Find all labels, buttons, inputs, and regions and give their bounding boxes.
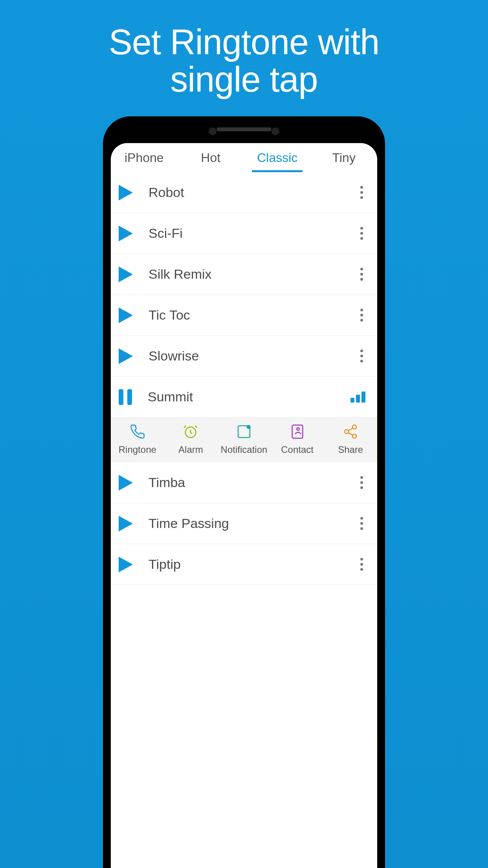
- more-icon[interactable]: [358, 558, 365, 571]
- action-label: Contact: [281, 444, 314, 455]
- contact-icon: [289, 423, 306, 440]
- tab-classic[interactable]: Classic: [244, 143, 311, 172]
- action-alarm[interactable]: Alarm: [164, 423, 218, 455]
- more-icon[interactable]: [358, 517, 365, 530]
- hero-title: Set Ringtone with single tap: [0, 24, 488, 98]
- list-item[interactable]: Silk Remix: [111, 254, 377, 295]
- play-icon[interactable]: [119, 185, 133, 200]
- pause-icon[interactable]: [119, 389, 132, 405]
- list-item[interactable]: Tic Toc: [111, 295, 377, 336]
- action-notification[interactable]: Notification: [217, 423, 271, 455]
- track-title: Tiptip: [149, 557, 342, 572]
- list-item[interactable]: Timba: [111, 462, 377, 503]
- svg-rect-5: [292, 425, 303, 438]
- track-title: Sci-Fi: [149, 226, 342, 241]
- play-icon[interactable]: [119, 557, 133, 572]
- more-icon[interactable]: [358, 186, 365, 199]
- ringtone-list: Robot Sci-Fi Silk Remix: [111, 172, 377, 585]
- action-label: Alarm: [178, 444, 203, 455]
- phone-icon: [129, 423, 146, 440]
- more-icon[interactable]: [358, 309, 365, 322]
- track-title: Time Passing: [149, 516, 342, 531]
- more-icon[interactable]: [358, 268, 365, 281]
- list-item[interactable]: Tiptip: [111, 544, 377, 585]
- list-item[interactable]: Slowrise: [111, 336, 377, 377]
- hero-line2: single tap: [170, 60, 317, 99]
- tab-tiny[interactable]: Tiny: [311, 143, 378, 172]
- list-item-playing[interactable]: Summit: [111, 377, 377, 417]
- notification-icon: [235, 423, 253, 440]
- svg-point-8: [352, 434, 356, 438]
- play-icon[interactable]: [119, 475, 133, 491]
- phone-frame: iPhone Hot Classic Tiny Robot Sci-Fi: [103, 116, 385, 868]
- tab-hot[interactable]: Hot: [178, 143, 244, 172]
- track-title: Robot: [149, 185, 342, 200]
- action-ringtone[interactable]: Ringtone: [111, 423, 164, 455]
- svg-point-6: [352, 425, 356, 429]
- more-icon[interactable]: [358, 476, 365, 489]
- track-title: Slowrise: [149, 348, 342, 364]
- track-title: Tic Toc: [149, 307, 342, 323]
- play-icon[interactable]: [119, 307, 133, 323]
- track-title: Silk Remix: [149, 267, 342, 282]
- phone-speaker: [216, 127, 272, 131]
- action-panel: Ringtone Alarm N: [111, 417, 377, 462]
- share-icon: [342, 423, 359, 440]
- track-title: Summit: [148, 389, 335, 405]
- play-icon[interactable]: [119, 516, 133, 531]
- action-share[interactable]: Share: [324, 423, 377, 455]
- svg-rect-0: [119, 389, 123, 405]
- more-icon[interactable]: [358, 227, 365, 240]
- action-label: Ringtone: [119, 444, 156, 455]
- list-item[interactable]: Robot: [111, 172, 377, 213]
- svg-rect-1: [127, 389, 132, 405]
- svg-point-4: [247, 425, 251, 429]
- play-icon[interactable]: [119, 226, 133, 241]
- more-icon[interactable]: [358, 349, 365, 362]
- svg-point-7: [345, 430, 349, 434]
- action-label: Share: [338, 444, 363, 455]
- tab-iphone[interactable]: iPhone: [111, 143, 178, 172]
- category-tabs: iPhone Hot Classic Tiny: [111, 143, 377, 172]
- phone-screen: iPhone Hot Classic Tiny Robot Sci-Fi: [111, 143, 377, 868]
- track-title: Timba: [149, 475, 342, 490]
- action-contact[interactable]: Contact: [271, 423, 324, 455]
- list-item[interactable]: Sci-Fi: [111, 213, 377, 254]
- signal-icon: [350, 392, 365, 403]
- action-label: Notification: [221, 444, 268, 455]
- alarm-icon: [182, 423, 199, 440]
- play-icon[interactable]: [119, 348, 133, 364]
- hero-line1: Set Ringtone with: [109, 22, 379, 62]
- list-item[interactable]: Time Passing: [111, 503, 377, 544]
- play-icon[interactable]: [119, 267, 133, 282]
